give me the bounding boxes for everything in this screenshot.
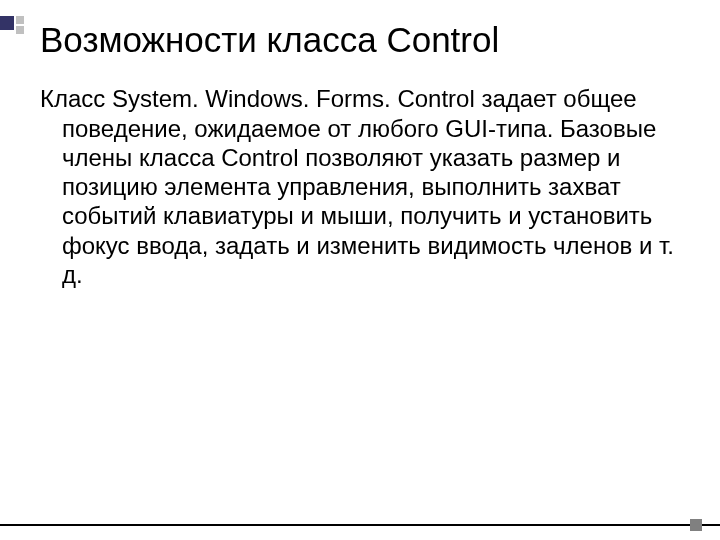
slide-body-text: Класс System. Windows. Forms. Control за…: [40, 84, 692, 289]
slide-body: Класс System. Windows. Forms. Control за…: [40, 84, 692, 289]
bullet-small-col: [16, 16, 24, 34]
footer-square-icon: [690, 519, 702, 531]
footer-divider: [0, 524, 720, 526]
slide-title: Возможности класса Control: [40, 20, 692, 60]
bullet-square-icon: [0, 16, 14, 30]
slide-bullet-decor: [0, 16, 24, 34]
bullet-small-icon: [16, 26, 24, 34]
bullet-small-icon: [16, 16, 24, 24]
slide-content: Возможности класса Control Класс System.…: [0, 0, 720, 289]
